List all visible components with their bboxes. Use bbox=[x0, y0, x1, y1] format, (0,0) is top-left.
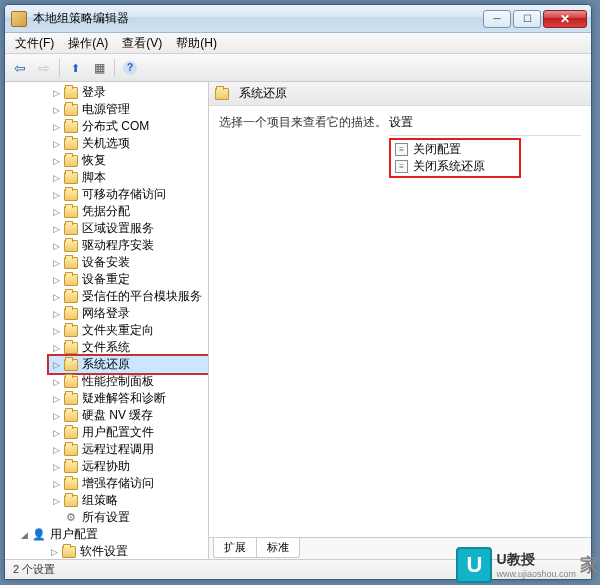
tree-item[interactable]: ▷受信任的平台模块服务 bbox=[49, 288, 208, 305]
setting-item[interactable]: 关闭系统还原 bbox=[393, 158, 487, 175]
expand-toggle[interactable]: ▷ bbox=[51, 121, 62, 132]
tree-item[interactable]: ▷恢复 bbox=[49, 152, 208, 169]
details-pane: 系统还原 选择一个项目来查看它的描述。 设置 关闭配置 关闭系 bbox=[209, 82, 591, 559]
app-icon bbox=[11, 11, 27, 27]
tree-pane[interactable]: ▷登录▷电源管理▷分布式 COM▷关机选项▷恢复▷脚本▷可移动存储访问▷凭据分配… bbox=[5, 82, 209, 559]
expand-toggle[interactable]: ▷ bbox=[51, 393, 62, 404]
expand-toggle[interactable]: ▷ bbox=[51, 461, 62, 472]
folder-icon bbox=[64, 444, 78, 456]
expand-toggle[interactable]: ▷ bbox=[51, 376, 62, 387]
window-controls: ─ ☐ ✕ bbox=[483, 10, 587, 28]
folder-icon bbox=[64, 291, 78, 303]
folder-icon bbox=[64, 104, 78, 116]
tree-item[interactable]: ▷系统还原 bbox=[49, 356, 208, 373]
tree-label: 远程协助 bbox=[82, 458, 130, 475]
menu-file[interactable]: 文件(F) bbox=[9, 33, 60, 54]
folder-icon bbox=[64, 427, 78, 439]
status-text: 2 个设置 bbox=[13, 562, 55, 577]
expand-toggle[interactable]: ▷ bbox=[51, 87, 62, 98]
setting-label: 关闭系统还原 bbox=[413, 158, 485, 175]
maximize-button[interactable]: ☐ bbox=[513, 10, 541, 28]
expand-toggle[interactable]: ▷ bbox=[51, 410, 62, 421]
tree-item[interactable]: ▷增强存储访问 bbox=[49, 475, 208, 492]
help-button[interactable] bbox=[119, 57, 141, 79]
description-column: 选择一个项目来查看它的描述。 bbox=[219, 114, 389, 529]
tree-item-all-settings[interactable]: 所有设置 bbox=[49, 509, 208, 526]
expand-toggle[interactable]: ▷ bbox=[51, 444, 62, 455]
setting-item[interactable]: 关闭配置 bbox=[393, 141, 487, 158]
tree-label: 恢复 bbox=[82, 152, 106, 169]
folder-icon bbox=[64, 240, 78, 252]
tree-root: ▷登录▷电源管理▷分布式 COM▷关机选项▷恢复▷脚本▷可移动存储访问▷凭据分配… bbox=[5, 84, 208, 559]
expand-toggle[interactable]: ▷ bbox=[51, 342, 62, 353]
expand-toggle[interactable]: ▷ bbox=[51, 291, 62, 302]
expand-toggle[interactable]: ▷ bbox=[51, 104, 62, 115]
description-prompt: 选择一个项目来查看它的描述。 bbox=[219, 114, 389, 131]
tree-item[interactable]: ▷登录 bbox=[49, 84, 208, 101]
settings-highlight: 关闭配置 关闭系统还原 bbox=[389, 138, 521, 178]
titlebar[interactable]: 本地组策略编辑器 ─ ☐ ✕ bbox=[5, 5, 591, 33]
tree-item[interactable]: ▷网络登录 bbox=[49, 305, 208, 322]
collapse-toggle[interactable]: ◢ bbox=[19, 529, 30, 540]
content-area: ▷登录▷电源管理▷分布式 COM▷关机选项▷恢复▷脚本▷可移动存储访问▷凭据分配… bbox=[5, 82, 591, 559]
minimize-button[interactable]: ─ bbox=[483, 10, 511, 28]
expand-toggle[interactable]: ▷ bbox=[51, 206, 62, 217]
tree-item[interactable]: ▷文件夹重定向 bbox=[49, 322, 208, 339]
tree-label: 驱动程序安装 bbox=[82, 237, 154, 254]
tree-label: 文件夹重定向 bbox=[82, 322, 154, 339]
expand-toggle[interactable]: ▷ bbox=[51, 155, 62, 166]
nav-up-button[interactable] bbox=[64, 57, 86, 79]
folder-icon bbox=[64, 87, 78, 99]
tab-extended[interactable]: 扩展 bbox=[213, 538, 257, 558]
tree-item-user-config[interactable]: ◢用户配置 bbox=[17, 526, 208, 543]
menu-action[interactable]: 操作(A) bbox=[62, 33, 114, 54]
tree-item[interactable]: ▷用户配置文件 bbox=[49, 424, 208, 441]
folder-icon bbox=[215, 88, 229, 100]
expand-toggle[interactable]: ▷ bbox=[51, 223, 62, 234]
folder-icon bbox=[64, 206, 78, 218]
tree-item[interactable]: ▷硬盘 NV 缓存 bbox=[49, 407, 208, 424]
tree-label: 硬盘 NV 缓存 bbox=[82, 407, 153, 424]
view-mode-button[interactable] bbox=[88, 57, 110, 79]
details-tabs: 扩展 标准 bbox=[209, 537, 591, 559]
tree-item[interactable]: ▷软件设置 bbox=[47, 543, 208, 559]
tree-item[interactable]: ▷远程过程调用 bbox=[49, 441, 208, 458]
tree-item[interactable]: ▷疑难解答和诊断 bbox=[49, 390, 208, 407]
expand-toggle[interactable]: ▷ bbox=[51, 495, 62, 506]
expand-toggle[interactable]: ▷ bbox=[51, 359, 62, 370]
expand-toggle[interactable]: ▷ bbox=[51, 308, 62, 319]
tree-item[interactable]: ▷分布式 COM bbox=[49, 118, 208, 135]
tree-item[interactable]: ▷设备重定 bbox=[49, 271, 208, 288]
expand-toggle[interactable]: ▷ bbox=[51, 325, 62, 336]
expand-toggle[interactable]: ▷ bbox=[51, 257, 62, 268]
tab-standard[interactable]: 标准 bbox=[256, 538, 300, 558]
menu-view[interactable]: 查看(V) bbox=[116, 33, 168, 54]
expand-toggle[interactable]: ▷ bbox=[49, 546, 60, 557]
tree-item[interactable]: ▷脚本 bbox=[49, 169, 208, 186]
expand-toggle[interactable]: ▷ bbox=[51, 274, 62, 285]
close-button[interactable]: ✕ bbox=[543, 10, 587, 28]
expand-toggle[interactable]: ▷ bbox=[51, 172, 62, 183]
tree-item[interactable]: ▷凭据分配 bbox=[49, 203, 208, 220]
user-icon bbox=[32, 528, 46, 542]
tree-item[interactable]: ▷驱动程序安装 bbox=[49, 237, 208, 254]
tree-item[interactable]: ▷远程协助 bbox=[49, 458, 208, 475]
expand-toggle[interactable]: ▷ bbox=[51, 138, 62, 149]
tree-item[interactable]: ▷组策略 bbox=[49, 492, 208, 509]
tree-item[interactable]: ▷性能控制面板 bbox=[49, 373, 208, 390]
nav-back-button[interactable] bbox=[9, 57, 31, 79]
expand-toggle[interactable]: ▷ bbox=[51, 478, 62, 489]
tree-label: 电源管理 bbox=[82, 101, 130, 118]
expand-toggle[interactable]: ▷ bbox=[51, 240, 62, 251]
folder-icon bbox=[64, 342, 78, 354]
menu-help[interactable]: 帮助(H) bbox=[170, 33, 223, 54]
tree-item[interactable]: ▷区域设置服务 bbox=[49, 220, 208, 237]
tree-item[interactable]: ▷设备安装 bbox=[49, 254, 208, 271]
folder-icon bbox=[62, 546, 76, 558]
expand-toggle[interactable]: ▷ bbox=[51, 427, 62, 438]
expand-toggle[interactable]: ▷ bbox=[51, 189, 62, 200]
tree-item[interactable]: ▷可移动存储访问 bbox=[49, 186, 208, 203]
tree-item[interactable]: ▷电源管理 bbox=[49, 101, 208, 118]
arrow-left-icon bbox=[14, 60, 26, 76]
tree-item[interactable]: ▷关机选项 bbox=[49, 135, 208, 152]
